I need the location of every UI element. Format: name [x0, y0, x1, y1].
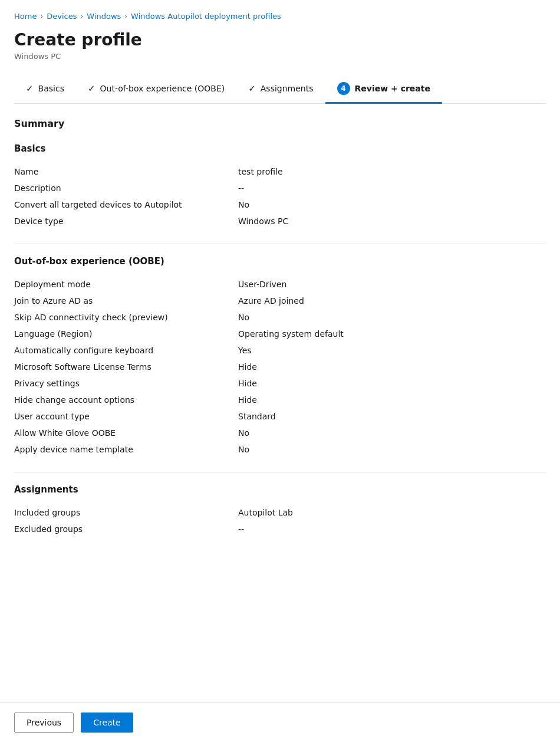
- step-oobe-check: ✓: [88, 83, 95, 94]
- field-name-label: Name: [14, 167, 238, 176]
- field-description-label: Description: [14, 183, 238, 193]
- field-white-glove: Allow White Glove OOBE No: [14, 425, 546, 441]
- create-button[interactable]: Create: [81, 713, 133, 733]
- field-name-value: test profile: [238, 167, 283, 176]
- summary-title: Summary: [14, 118, 546, 129]
- step-review[interactable]: 4 Review + create: [325, 75, 442, 103]
- field-included-groups-value: Autopilot Lab: [238, 508, 293, 517]
- field-excluded-groups-label: Excluded groups: [14, 524, 238, 534]
- breadcrumb-sep-1: ›: [40, 12, 43, 21]
- step-review-label: Review + create: [355, 84, 430, 93]
- field-deployment-mode: Deployment mode User-Driven: [14, 276, 546, 293]
- breadcrumb-devices[interactable]: Devices: [47, 12, 77, 21]
- step-oobe[interactable]: ✓ Out-of-box experience (OOBE): [76, 76, 236, 102]
- step-review-number: 4: [337, 82, 350, 95]
- field-deployment-mode-value: User-Driven: [238, 280, 286, 289]
- field-skip-ad-value: No: [238, 313, 249, 322]
- footer: Previous Create: [0, 702, 560, 742]
- field-user-account-type: User account type Standard: [14, 408, 546, 425]
- field-join-azure-value: Azure AD joined: [238, 296, 304, 306]
- step-assignments[interactable]: ✓ Assignments: [236, 76, 325, 102]
- field-convert-label: Convert all targeted devices to Autopilo…: [14, 200, 238, 209]
- step-basics-check: ✓: [26, 83, 34, 94]
- field-privacy-value: Hide: [238, 379, 257, 388]
- field-convert: Convert all targeted devices to Autopilo…: [14, 196, 546, 213]
- page-subtitle: Windows PC: [14, 52, 546, 61]
- field-privacy: Privacy settings Hide: [14, 375, 546, 392]
- field-auto-keyboard-label: Automatically configure keyboard: [14, 346, 238, 355]
- field-auto-keyboard-value: Yes: [238, 346, 252, 355]
- field-included-groups: Included groups Autopilot Lab: [14, 504, 546, 521]
- breadcrumb-windows[interactable]: Windows: [87, 12, 121, 21]
- field-device-name-template: Apply device name template No: [14, 441, 546, 458]
- field-language: Language (Region) Operating system defau…: [14, 326, 546, 342]
- field-license-terms: Microsoft Software License Terms Hide: [14, 359, 546, 375]
- field-white-glove-value: No: [238, 428, 249, 438]
- field-skip-ad-label: Skip AD connectivity check (preview): [14, 313, 238, 322]
- field-name: Name test profile: [14, 163, 546, 180]
- field-description-value: --: [238, 183, 244, 193]
- field-convert-value: No: [238, 200, 249, 209]
- field-device-type: Device type Windows PC: [14, 213, 546, 229]
- section-oobe: Out-of-box experience (OOBE) Deployment …: [14, 256, 546, 458]
- field-license-terms-label: Microsoft Software License Terms: [14, 362, 238, 372]
- breadcrumb-sep-2: ›: [80, 12, 83, 21]
- divider-1: [14, 244, 546, 244]
- field-language-label: Language (Region): [14, 329, 238, 339]
- step-assignments-check: ✓: [248, 83, 256, 94]
- previous-button[interactable]: Previous: [14, 713, 74, 733]
- field-skip-ad: Skip AD connectivity check (preview) No: [14, 309, 546, 326]
- field-device-type-label: Device type: [14, 216, 238, 226]
- field-auto-keyboard: Automatically configure keyboard Yes: [14, 342, 546, 359]
- field-excluded-groups-value: --: [238, 524, 244, 534]
- step-assignments-label: Assignments: [261, 84, 314, 93]
- step-basics-label: Basics: [38, 84, 64, 93]
- step-basics[interactable]: ✓ Basics: [14, 76, 76, 102]
- field-white-glove-label: Allow White Glove OOBE: [14, 428, 238, 438]
- field-deployment-mode-label: Deployment mode: [14, 280, 238, 289]
- field-hide-account-value: Hide: [238, 395, 257, 405]
- field-device-name-template-label: Apply device name template: [14, 445, 238, 454]
- step-oobe-label: Out-of-box experience (OOBE): [100, 84, 225, 93]
- field-hide-account-label: Hide change account options: [14, 395, 238, 405]
- field-privacy-label: Privacy settings: [14, 379, 238, 388]
- section-assignments: Assignments Included groups Autopilot La…: [14, 484, 546, 537]
- page-title: Create profile: [14, 30, 546, 50]
- field-device-type-value: Windows PC: [238, 216, 288, 226]
- field-join-azure: Join to Azure AD as Azure AD joined: [14, 293, 546, 309]
- breadcrumb-sep-3: ›: [124, 12, 127, 21]
- section-basics: Basics Name test profile Description -- …: [14, 143, 546, 229]
- field-included-groups-label: Included groups: [14, 508, 238, 517]
- field-join-azure-label: Join to Azure AD as: [14, 296, 238, 306]
- basics-section-title: Basics: [14, 143, 546, 154]
- oobe-section-title: Out-of-box experience (OOBE): [14, 256, 546, 267]
- assignments-section-title: Assignments: [14, 484, 546, 495]
- main-content: Summary Basics Name test profile Descrip…: [14, 104, 546, 613]
- divider-2: [14, 472, 546, 472]
- breadcrumb: Home › Devices › Windows › Windows Autop…: [14, 12, 546, 21]
- field-user-account-type-value: Standard: [238, 412, 276, 421]
- field-user-account-type-label: User account type: [14, 412, 238, 421]
- field-hide-account: Hide change account options Hide: [14, 392, 546, 408]
- breadcrumb-home[interactable]: Home: [14, 12, 37, 21]
- field-device-name-template-value: No: [238, 445, 249, 454]
- field-language-value: Operating system default: [238, 329, 344, 339]
- field-description: Description --: [14, 180, 546, 196]
- field-license-terms-value: Hide: [238, 362, 257, 372]
- breadcrumb-autopilot[interactable]: Windows Autopilot deployment profiles: [131, 12, 281, 21]
- field-excluded-groups: Excluded groups --: [14, 521, 546, 537]
- wizard-steps: ✓ Basics ✓ Out-of-box experience (OOBE) …: [14, 75, 546, 104]
